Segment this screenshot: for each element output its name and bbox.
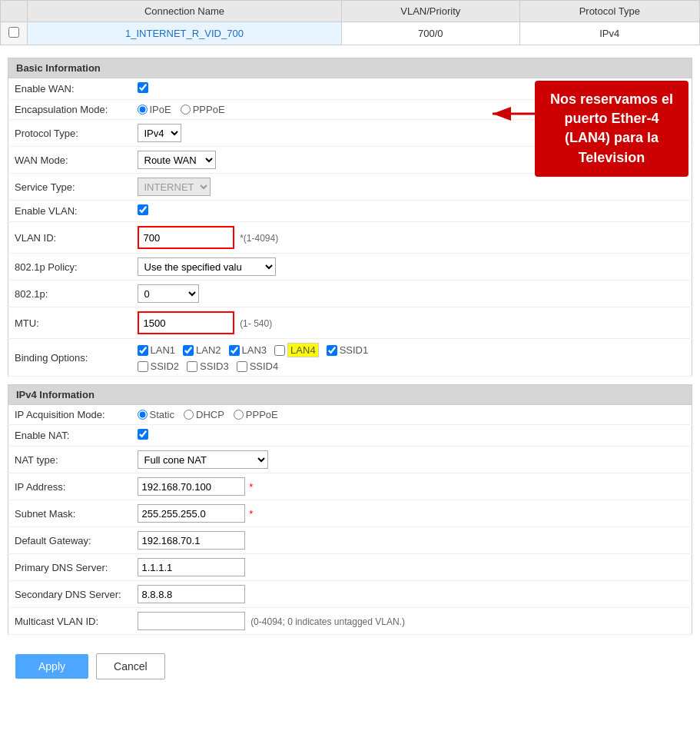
row-checkbox-cell[interactable] (1, 22, 28, 45)
multicast-vlan-hint: (0-4094; 0 indicates untagged VLAN.) (250, 616, 405, 627)
lan3-checkbox[interactable] (229, 345, 240, 356)
col-vlan-priority: VLAN/Priority (341, 1, 519, 22)
enable-nat-checkbox[interactable] (138, 429, 148, 440)
lan2-label: LAN2 (196, 344, 221, 356)
encapsulation-label: Encapsulation Mode: (8, 100, 131, 120)
vlan-id-hint: *(1-4094) (240, 233, 278, 244)
lan2-checkbox[interactable] (183, 345, 194, 356)
ip-acq-row: IP Acquisition Mode: Static DHCP (8, 405, 692, 425)
ip-address-value: * (131, 473, 692, 500)
service-type-value: INTERNET (131, 174, 692, 201)
ssid3-label: SSID3 (200, 360, 229, 372)
static-radio[interactable] (138, 410, 148, 420)
lan4-label: LAN4 (287, 343, 319, 357)
multicast-vlan-row: Multicast VLAN ID: (0-4094; 0 indicates … (8, 608, 692, 635)
service-type-label: Service Type: (8, 174, 131, 201)
mtu-input[interactable] (140, 314, 232, 332)
pppoe-option[interactable]: PPPoE (181, 104, 225, 115)
policy-label: 802.1p Policy: (8, 254, 131, 281)
enable-vlan-row: Enable VLAN: (8, 201, 692, 222)
lan4-binding: LAN4 (274, 343, 319, 357)
secondary-dns-value (131, 581, 692, 608)
8021p-select[interactable]: 0123 (138, 284, 199, 303)
wan-mode-label: WAN Mode: (8, 147, 131, 174)
subnet-required-star: * (249, 508, 253, 520)
8021p-label: 802.1p: (8, 281, 131, 307)
dhcp-radio[interactable] (184, 410, 194, 420)
dhcp-label: DHCP (196, 409, 224, 420)
pppoe-radio[interactable] (181, 105, 191, 115)
subnet-mask-input[interactable] (138, 504, 245, 523)
ssid2-binding: SSID2 (138, 360, 180, 372)
pppoe-radio2[interactable] (234, 410, 244, 420)
enable-vlan-label: Enable VLAN: (8, 201, 131, 222)
ssid2-label: SSID2 (151, 360, 180, 372)
ssid1-checkbox[interactable] (327, 345, 337, 356)
ipv4-info-header: IPv4 Information (8, 384, 692, 405)
dhcp-option[interactable]: DHCP (184, 409, 224, 420)
lan3-label: LAN3 (242, 344, 267, 356)
ip-address-input[interactable] (138, 477, 245, 496)
pppoe-option2[interactable]: PPPoE (234, 409, 278, 420)
primary-dns-input[interactable] (138, 558, 245, 576)
wan-mode-select[interactable]: Route WAN Bridge WAN (138, 151, 216, 169)
pppoe-label: PPPoE (193, 104, 225, 115)
multicast-vlan-input[interactable] (138, 612, 245, 630)
service-type-select[interactable]: INTERNET (138, 178, 211, 196)
connection-name-cell: 1_INTERNET_R_VID_700 (28, 22, 342, 45)
gateway-row: Default Gateway: (8, 527, 692, 554)
lan3-binding: LAN3 (229, 343, 267, 357)
mtu-value: (1- 540) (131, 307, 692, 339)
primary-dns-label: Primary DNS Server: (8, 554, 131, 581)
col-protocol-type: Protocol Type (519, 1, 699, 22)
policy-select[interactable]: Use the specified valu Copy from inner t… (138, 257, 276, 276)
multicast-vlan-label: Multicast VLAN ID: (8, 608, 131, 635)
enable-nat-value (131, 425, 692, 447)
cancel-button[interactable]: Cancel (96, 653, 165, 679)
lan1-checkbox[interactable] (138, 345, 148, 356)
vlan-id-label: VLAN ID: (8, 222, 131, 254)
ipoe-radio[interactable] (138, 105, 148, 115)
enable-nat-label: Enable NAT: (8, 425, 131, 447)
ssid4-checkbox[interactable] (237, 361, 247, 372)
secondary-dns-label-text: Secondary DNS Server: (15, 589, 121, 600)
enable-wan-checkbox[interactable] (138, 82, 148, 93)
secondary-dns-input[interactable] (138, 585, 245, 603)
ssid1-label: SSID1 (340, 344, 369, 356)
mtu-label: MTU: (8, 307, 131, 339)
ssid3-checkbox[interactable] (187, 361, 197, 372)
binding-row: Binding Options: LAN1 LAN2 L (8, 339, 692, 377)
arrow-icon (489, 102, 558, 125)
ip-address-row: IP Address: * (8, 473, 692, 500)
ipoe-option[interactable]: IPoE (138, 104, 171, 115)
gateway-input[interactable] (138, 531, 245, 550)
gateway-value (131, 527, 692, 554)
row-checkbox[interactable] (8, 27, 19, 38)
lan2-binding: LAN2 (183, 343, 221, 357)
vlan-id-input[interactable] (140, 228, 232, 247)
pppoe-label2: PPPoE (246, 409, 278, 420)
enable-vlan-checkbox[interactable] (138, 204, 148, 215)
protocol-type-select[interactable]: IPv4 IPv6 (138, 124, 181, 142)
gateway-label: Default Gateway: (8, 527, 131, 554)
ip-acq-label: IP Acquisition Mode: (8, 405, 131, 425)
static-option[interactable]: Static (138, 409, 175, 420)
subnet-mask-row: Subnet Mask: * (8, 500, 692, 527)
ssid1-binding: SSID1 (327, 343, 369, 357)
red-annotation-box: Nos reservamos el puerto Ether-4 (LAN4) … (535, 81, 688, 177)
vlan-priority-cell: 700/0 (341, 22, 519, 45)
ip-address-label: IP Address: (8, 473, 131, 500)
nat-type-select[interactable]: Full cone NAT Restrict NAT (138, 450, 268, 469)
ssid2-checkbox[interactable] (138, 361, 148, 372)
ssid4-label: SSID4 (250, 360, 279, 372)
basic-info-header: Basic Information (8, 58, 692, 78)
primary-dns-row: Primary DNS Server: (8, 554, 692, 581)
lan4-checkbox[interactable] (274, 345, 285, 356)
mtu-wrapper (138, 311, 234, 334)
8021p-row: 802.1p: 0123 (8, 281, 692, 307)
protocol-type-label: Protocol Type: (8, 120, 131, 147)
policy-value: Use the specified valu Copy from inner t… (131, 254, 692, 281)
binding-value: LAN1 LAN2 LAN3 LAN4 (131, 339, 692, 377)
nat-type-row: NAT type: Full cone NAT Restrict NAT (8, 447, 692, 473)
apply-button[interactable]: Apply (15, 654, 88, 679)
